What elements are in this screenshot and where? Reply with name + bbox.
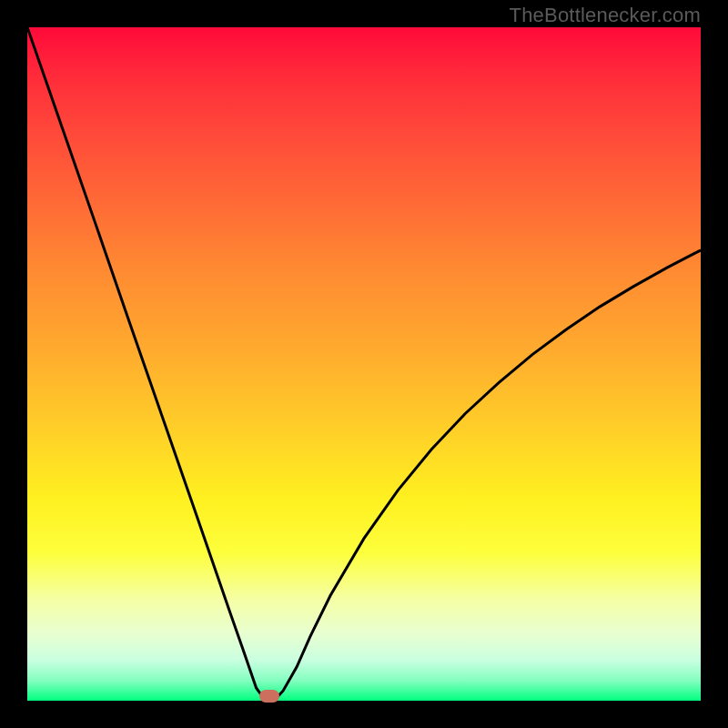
watermark-text: TheBottlenecker.com [510, 4, 701, 27]
chart-frame: TheBottlenecker.com [0, 0, 728, 728]
bottleneck-curve [27, 27, 701, 701]
plot-area [27, 27, 701, 701]
minimum-marker [259, 690, 279, 703]
curve-svg [27, 27, 701, 701]
